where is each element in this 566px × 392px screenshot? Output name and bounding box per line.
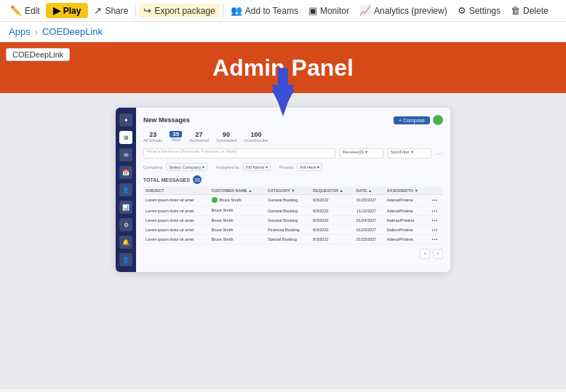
sidebar-icon-logo: ✦ [119, 113, 132, 127]
pagination-next[interactable]: › [433, 249, 443, 259]
filter-sort-select[interactable]: Sort/Filter ▾ [388, 148, 431, 159]
divider1 [135, 4, 136, 17]
filter-receive-select[interactable]: Receive(0) ▾ [340, 148, 383, 159]
breadcrumb-current: COEDeepLink [42, 26, 103, 37]
stat-answered: 27 Answered [189, 131, 209, 143]
breadcrumb: Apps › COEDeepLink [0, 22, 566, 42]
stat-allemails: 23 All Emails [143, 131, 162, 143]
table-row: Lorem ipsum dolor sit amet Bruce Smith F… [143, 225, 443, 234]
divider2 [223, 4, 223, 17]
th-requestor[interactable]: REQUESTOR ▲ [311, 187, 354, 195]
filter-row: What's the focus (Personal, Function, or… [143, 148, 443, 159]
th-assignedto[interactable]: ASSIGNEDTO ▼ [385, 187, 430, 195]
analytics-icon: 📈 [359, 5, 371, 16]
th-customer[interactable]: CUSTOMER NAME ▲ [210, 187, 266, 195]
edit-button[interactable]: ✏️ Edit [6, 4, 44, 17]
pagination-prev[interactable]: ‹ [420, 249, 430, 259]
th-category[interactable]: CATEGORY ▼ [266, 187, 311, 195]
share-icon: ↗ [94, 5, 102, 16]
sidebar-icon-home[interactable]: ⊞ [119, 131, 132, 144]
sidebar-icon-users[interactable]: 👤 [119, 183, 132, 196]
settings-button[interactable]: ⚙ Settings [453, 4, 505, 17]
sidebar-icon-settings[interactable]: ⚙ [119, 218, 132, 231]
add-to-teams-button[interactable]: 👥 Add to Teams [226, 4, 303, 17]
inner-compose-button[interactable]: + Compose [394, 116, 430, 124]
table-row: Lorem ipsum dolor sit amet Bruce Smith G… [143, 195, 443, 207]
company-select[interactable]: Select Company ▾ [166, 163, 207, 171]
delete-icon: 🗑 [511, 5, 520, 16]
toolbar: ✏️ Edit ▶ Play ↗ Share ↪ Export package … [0, 0, 566, 22]
app-banner: COEDeepLink Admin Panel [0, 42, 566, 93]
th-actions [429, 187, 443, 195]
table-row: Lorem ipsum dolor sit amet Bruce Smith S… [143, 234, 443, 244]
sidebar-icon-person[interactable]: 👤 [119, 253, 132, 266]
sidebar-icon-msg[interactable]: ✉ [119, 148, 132, 161]
breadcrumb-apps[interactable]: Apps [9, 26, 31, 37]
inner-section-title: New Messages [143, 116, 190, 124]
th-subject: SUBJECT [143, 187, 210, 195]
main-area: COEDeepLink Admin Panel ✦ ⊞ ✉ 📅 👤 📊 ⚙ 🔔 … [0, 42, 566, 389]
total-count-badge: 36 [193, 175, 202, 184]
pagination: ‹ › [143, 249, 443, 259]
settings-icon: ⚙ [458, 5, 466, 16]
inner-avatar [433, 115, 443, 125]
assigned-label: Assigned to: [216, 165, 240, 169]
sidebar-icon-chart[interactable]: 📊 [119, 201, 132, 214]
stats-row: 23 All Emails 35 New 27 Answered 90 Sche… [143, 131, 443, 143]
monitor-icon: ▣ [308, 5, 317, 16]
table-row: Lorem ipsum dolor sit amet Bruce Smith G… [143, 206, 443, 215]
compose-plus-icon: + [399, 118, 402, 123]
sidebar-icon-cal[interactable]: 📅 [119, 166, 132, 179]
stat-scheduled: 90 Scheduled [216, 131, 236, 143]
company-label: Company: [143, 165, 163, 169]
share-button[interactable]: ↗ Share [89, 4, 132, 17]
inner-top-bar: New Messages + Compose [143, 115, 443, 125]
filter-search-input[interactable]: What's the focus (Personal, Function, or… [143, 148, 335, 159]
teams-icon: 👥 [231, 5, 242, 16]
filter-more-icon[interactable]: ⋯ [436, 150, 443, 158]
priority-label: Priority: [279, 165, 294, 169]
inner-sidebar: ✦ ⊞ ✉ 📅 👤 📊 ⚙ 🔔 👤 [116, 108, 136, 272]
breadcrumb-separator: › [35, 26, 38, 37]
export-icon: ↪ [143, 5, 151, 16]
analytics-button[interactable]: 📈 Analytics (preview) [355, 4, 452, 17]
stat-unsubscribe: 100 Unsubscribe [244, 131, 268, 143]
messages-table: SUBJECT CUSTOMER NAME ▲ CATEGORY ▼ REQUE… [143, 187, 443, 244]
app-badge: COEDeepLink [6, 48, 70, 61]
export-button[interactable]: ↪ Export package [139, 4, 219, 17]
play-icon: ▶ [53, 5, 60, 16]
play-button[interactable]: ▶ Play [46, 3, 89, 18]
app-preview-wrapper: ✦ ⊞ ✉ 📅 👤 📊 ⚙ 🔔 👤 New Messages + [0, 93, 566, 287]
priority-select[interactable]: Fill Here ▾ [297, 163, 322, 171]
sub-filter-row: Company: Select Company ▾ Assigned to: F… [143, 163, 443, 171]
delete-button[interactable]: 🗑 Delete [506, 4, 553, 17]
assigned-select[interactable]: Fill Name ▾ [243, 163, 271, 171]
th-date[interactable]: DATE ▲ [354, 187, 385, 195]
table-row: Lorem ipsum dolor sit amet Bruce Smith G… [143, 215, 443, 225]
edit-icon: ✏️ [10, 5, 22, 16]
app-title: Admin Panel [212, 55, 354, 81]
total-label: TOTAL MESSAGES [143, 177, 190, 183]
sidebar-icon-bell[interactable]: 🔔 [119, 236, 132, 249]
inner-main: New Messages + Compose 23 All Emails [136, 108, 450, 272]
stat-new: 35 New [170, 131, 182, 143]
total-row: TOTAL MESSAGES 36 [143, 175, 443, 184]
app-preview: ✦ ⊞ ✉ 📅 👤 📊 ⚙ 🔔 👤 New Messages + [116, 108, 450, 272]
monitor-button[interactable]: ▣ Monitor [304, 4, 354, 17]
